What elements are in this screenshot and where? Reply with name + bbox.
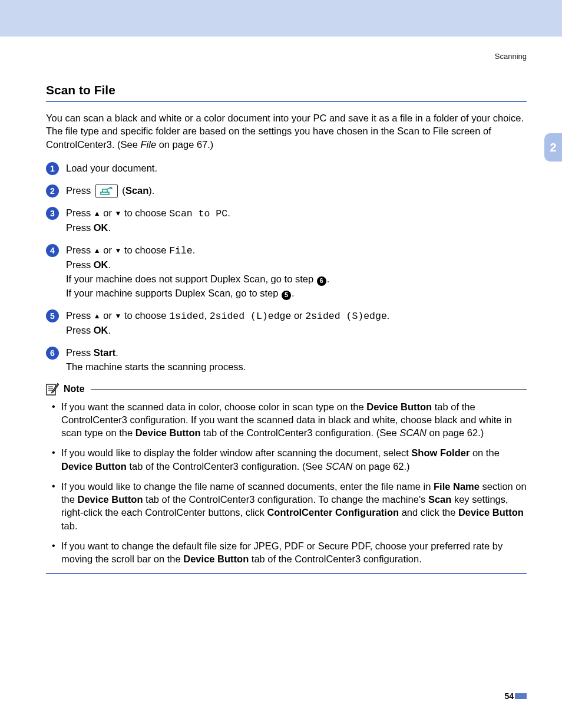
- text: ,: [204, 310, 210, 321]
- text: and click the: [399, 507, 458, 518]
- intro-text-a: You can scan a black and white or a colo…: [46, 113, 524, 150]
- step-2-body: Press (Scan).: [66, 184, 527, 199]
- bold: File Name: [434, 481, 480, 492]
- step-number-badge: 5: [46, 309, 59, 322]
- text: Press: [66, 185, 91, 196]
- intro-paragraph: You can scan a black and white or a colo…: [46, 111, 527, 151]
- bold: Device Button: [458, 507, 524, 518]
- text: to choose: [121, 245, 169, 255]
- start-label: Start: [94, 347, 116, 358]
- top-banner: [0, 0, 562, 37]
- step-number-badge: 3: [46, 207, 59, 220]
- bold: Scan: [428, 494, 451, 505]
- section-title: Scan to File: [46, 83, 527, 102]
- step-ref-6[interactable]: 6: [317, 276, 326, 286]
- bold: Device Button: [135, 427, 201, 438]
- scan-label: Scan: [125, 185, 148, 196]
- menu-option: 1sided: [169, 311, 204, 322]
- step-number-badge: 2: [46, 185, 59, 197]
- text: tab of the ControlCenter3 configuration.…: [143, 494, 428, 505]
- text: Press: [66, 222, 94, 233]
- text: Press: [66, 207, 94, 218]
- intro-text-b: on page 67.): [156, 139, 213, 150]
- text: or: [101, 310, 115, 321]
- bold: ControlCenter Configuration: [267, 507, 399, 518]
- text: Press: [66, 259, 94, 270]
- text: to choose: [121, 207, 169, 218]
- ok-label: OK: [94, 325, 108, 335]
- down-arrow-icon: ▼: [115, 209, 122, 218]
- step-ref-5[interactable]: 5: [282, 291, 291, 300]
- page-number-bar: [515, 693, 527, 699]
- step-2: 2 Press (Scan).: [46, 184, 527, 199]
- svg-rect-0: [101, 192, 109, 195]
- text: or: [291, 310, 305, 321]
- intro-link-file[interactable]: File: [141, 139, 157, 150]
- step-3-body: Press ▲ or ▼ to choose Scan to PC. Press…: [66, 206, 527, 235]
- text: or: [101, 207, 115, 218]
- link-scan[interactable]: SCAN: [399, 427, 427, 438]
- menu-option: 2sided (L)edge: [210, 311, 292, 322]
- link-scan[interactable]: SCAN: [325, 461, 352, 472]
- menu-option: Scan to PC: [169, 208, 227, 219]
- step-number-badge: 4: [46, 244, 59, 257]
- step-number-badge: 6: [46, 347, 59, 360]
- up-arrow-icon: ▲: [94, 312, 101, 320]
- text: If you would like to change the file nam…: [61, 481, 434, 492]
- bold: Show Folder: [411, 447, 470, 458]
- text: tab of the ControlCenter3 configuration.: [249, 554, 422, 564]
- bold: Device Button: [61, 461, 127, 472]
- note-item: If you want to change the default file s…: [51, 539, 527, 566]
- step-6-body: Press Start. The machine starts the scan…: [66, 346, 527, 374]
- text: Press: [66, 310, 94, 321]
- running-header: Scanning: [46, 52, 527, 61]
- text: on the: [470, 447, 499, 458]
- note-header: Note: [46, 383, 527, 396]
- step-1-body: Load your document.: [66, 162, 527, 176]
- steps-list: 1 Load your document. 2 Press (Scan). 3: [46, 162, 527, 374]
- note-icon: [46, 383, 60, 396]
- text: The machine starts the scanning process.: [66, 360, 527, 374]
- text: Press: [66, 245, 94, 255]
- ok-label: OK: [94, 222, 108, 233]
- text: on page 62.): [427, 427, 484, 438]
- note-end-rule: [46, 573, 527, 574]
- page-number: 54: [504, 691, 514, 701]
- bold: Device Button: [366, 401, 432, 412]
- step-4-body: Press ▲ or ▼ to choose File. Press OK. I…: [66, 243, 527, 301]
- bold: Device Button: [183, 554, 249, 564]
- page-content: Scanning Scan to File You can scan a bla…: [0, 52, 562, 574]
- step-4: 4 Press ▲ or ▼ to choose File. Press OK.…: [46, 243, 527, 301]
- menu-option: File: [169, 245, 193, 256]
- note-item: If you would like to change the file nam…: [51, 480, 527, 532]
- chapter-tab: 2: [544, 133, 562, 162]
- text: on page 62.): [352, 461, 409, 472]
- text: tab.: [61, 521, 78, 531]
- note-item: If you want the scanned data in color, c…: [51, 400, 527, 440]
- text: If you would like to display the folder …: [61, 447, 411, 458]
- note-item: If you would like to display the folder …: [51, 446, 527, 473]
- ok-label: OK: [94, 259, 108, 270]
- text: or: [101, 245, 115, 255]
- scan-button-icon: [95, 184, 118, 198]
- text: Press: [66, 347, 94, 358]
- step-5: 5 Press ▲ or ▼ to choose 1sided, 2sided …: [46, 309, 527, 338]
- up-arrow-icon: ▲: [94, 209, 101, 218]
- step-5-body: Press ▲ or ▼ to choose 1sided, 2sided (L…: [66, 309, 527, 338]
- step-number-badge: 1: [46, 162, 59, 175]
- text: tab of the ControlCenter3 configuration.…: [127, 461, 326, 472]
- menu-option: 2sided (S)edge: [305, 311, 387, 322]
- note-list: If you want the scanned data in color, c…: [46, 400, 527, 566]
- text: to choose: [121, 310, 169, 321]
- up-arrow-icon: ▲: [94, 246, 101, 255]
- step-3: 3 Press ▲ or ▼ to choose Scan to PC. Pre…: [46, 206, 527, 235]
- note-label: Note: [64, 384, 85, 394]
- text: If you want the scanned data in color, c…: [61, 401, 366, 412]
- step-6: 6 Press Start. The machine starts the sc…: [46, 346, 527, 374]
- bold: Device Button: [78, 494, 143, 505]
- text: tab of the ControlCenter3 configuration.…: [201, 427, 400, 438]
- down-arrow-icon: ▼: [115, 246, 122, 255]
- text: Press: [66, 325, 94, 335]
- down-arrow-icon: ▼: [115, 312, 122, 320]
- page-number-wrap: 54: [504, 691, 527, 701]
